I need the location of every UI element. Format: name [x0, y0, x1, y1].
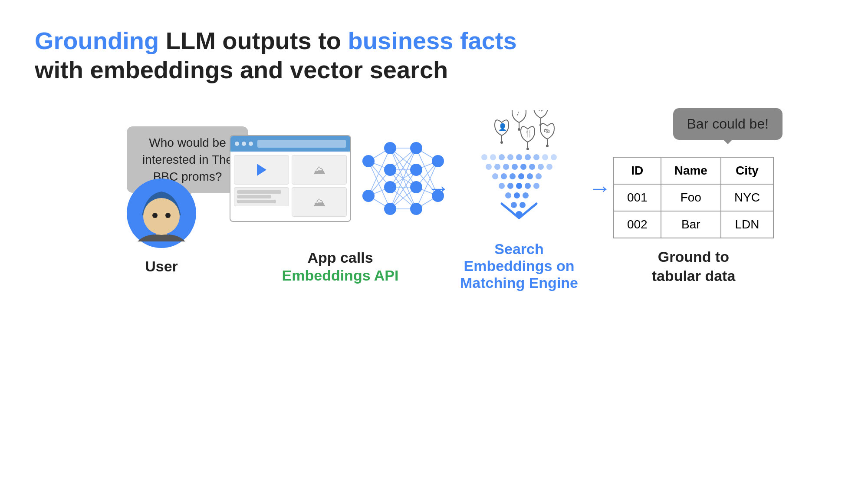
svg-point-42	[410, 142, 422, 154]
svg-point-56	[546, 145, 549, 147]
svg-point-81	[499, 183, 505, 189]
svg-point-86	[505, 192, 511, 198]
svg-point-2	[165, 213, 171, 218]
svg-point-62	[516, 154, 522, 160]
row1-city: NYC	[721, 184, 773, 211]
svg-point-87	[514, 192, 520, 198]
col-name: Name	[661, 157, 721, 184]
svg-point-0	[143, 198, 180, 235]
svg-point-84	[525, 183, 531, 189]
svg-point-70	[512, 164, 518, 170]
svg-point-52	[500, 141, 503, 144]
svg-point-85	[533, 183, 539, 189]
svg-point-89	[511, 202, 517, 208]
svg-point-40	[384, 181, 396, 193]
svg-point-63	[525, 154, 531, 160]
app-visual: ⛰ ⛰	[230, 118, 451, 239]
svg-point-82	[507, 183, 513, 189]
svg-point-90	[519, 202, 526, 208]
ground-visual: Bar could be! ID Name City 001 Foo	[613, 117, 774, 238]
row2-city: LDN	[721, 211, 773, 238]
svg-point-74	[546, 164, 552, 170]
user-visual: Who would be interested in The BBC proms…	[127, 126, 196, 248]
svg-point-45	[410, 203, 422, 215]
svg-point-46	[432, 155, 444, 167]
arrow-3: →	[589, 175, 611, 227]
svg-point-78	[518, 173, 524, 179]
response-bubble: Bar could be!	[673, 108, 783, 140]
svg-point-73	[538, 164, 544, 170]
svg-point-77	[510, 173, 516, 179]
row1-id: 001	[614, 184, 661, 211]
step-search: ♪ ♫ 👤	[458, 110, 580, 291]
svg-point-44	[410, 181, 422, 193]
col-city: City	[721, 157, 773, 184]
svg-point-39	[384, 164, 396, 176]
play-icon	[257, 164, 266, 176]
avatar-face-icon	[133, 185, 190, 241]
slide: { "title": { "line1_plain": "LLM outputs…	[0, 0, 868, 489]
title-grounding: Grounding	[35, 27, 159, 54]
user-label: User	[145, 257, 178, 276]
table-row-1: 001 Foo NYC	[614, 184, 773, 211]
svg-text:🛍: 🛍	[544, 127, 550, 134]
title-line2: with embeddings and vector search	[35, 55, 833, 84]
step-user: Who would be interested in The BBC proms…	[101, 126, 222, 276]
ground-label: Ground to tabular data	[652, 247, 736, 285]
svg-text:👤: 👤	[498, 123, 507, 131]
svg-point-60	[499, 154, 505, 160]
title-llm: LLM outputs to	[166, 27, 348, 54]
svg-point-72	[529, 164, 535, 170]
svg-point-64	[533, 154, 539, 160]
title-business-facts: business facts	[348, 27, 517, 54]
image-card-1: ⛰	[292, 155, 347, 185]
video-card	[234, 155, 289, 185]
svg-point-36	[362, 155, 375, 167]
svg-point-75	[492, 173, 498, 179]
svg-point-71	[520, 164, 526, 170]
svg-point-65	[542, 154, 548, 160]
data-table: ID Name City 001 Foo NYC 002	[613, 157, 774, 238]
matching-engine-icon: ♪ ♫ 👤	[467, 110, 571, 232]
neural-network-icon	[355, 135, 451, 222]
svg-point-41	[384, 203, 396, 215]
col-id: ID	[614, 157, 661, 184]
svg-point-43	[410, 164, 422, 176]
search-visual: ♪ ♫ 👤	[467, 110, 571, 232]
search-label: Search Embeddings on Matching Engine	[458, 241, 580, 291]
browser-content: ⛰ ⛰	[230, 152, 350, 220]
title-line1: Grounding LLM outputs to business facts	[35, 26, 833, 55]
image-icon-1: ⛰	[313, 163, 326, 177]
app-label: App calls Embeddings API	[282, 248, 399, 284]
row2-id: 002	[614, 211, 661, 238]
svg-point-76	[501, 173, 507, 179]
svg-point-58	[481, 154, 487, 160]
svg-point-69	[503, 164, 509, 170]
image-icon-2: ⛰	[313, 195, 326, 209]
table-row-2: 002 Bar LDN	[614, 211, 773, 238]
svg-point-61	[507, 154, 513, 160]
svg-point-88	[523, 192, 529, 198]
browser-mockup: ⛰ ⛰	[230, 135, 351, 222]
svg-point-83	[516, 183, 522, 189]
svg-point-38	[384, 142, 396, 154]
svg-point-37	[362, 190, 375, 202]
row2-name: Bar	[661, 211, 721, 238]
svg-point-54	[526, 148, 529, 150]
title-block: Grounding LLM outputs to business facts …	[35, 26, 833, 84]
step-app: ⛰ ⛰	[262, 118, 418, 284]
svg-point-1	[152, 213, 158, 218]
diagram: Who would be interested in The BBC proms…	[35, 110, 833, 291]
svg-point-48	[518, 128, 520, 131]
row1-name: Foo	[661, 184, 721, 211]
svg-point-47	[432, 190, 444, 202]
user-avatar	[127, 178, 196, 248]
svg-text:♫: ♫	[538, 110, 544, 113]
svg-text:♪: ♪	[516, 110, 520, 117]
browser-bar	[230, 136, 350, 152]
svg-point-68	[494, 164, 500, 170]
svg-point-59	[490, 154, 496, 160]
svg-point-66	[551, 154, 557, 160]
image-card-2: ⛰	[292, 187, 347, 217]
step-ground: Bar could be! ID Name City 001 Foo	[620, 117, 767, 285]
